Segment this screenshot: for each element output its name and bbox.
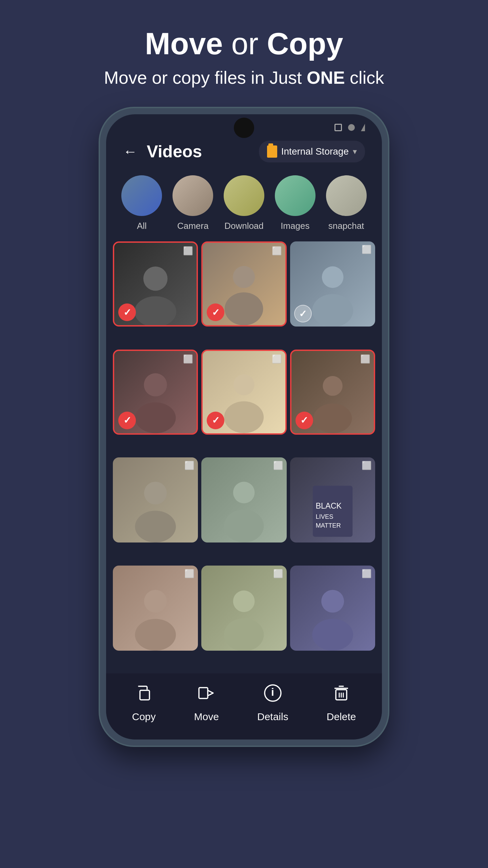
move-label: Move xyxy=(194,711,219,723)
details-button[interactable]: i Details xyxy=(257,684,288,723)
folder-thumb-download xyxy=(224,175,264,216)
back-button[interactable]: ← xyxy=(123,143,137,160)
video-item-12[interactable]: ⬜ xyxy=(290,566,375,651)
details-label: Details xyxy=(257,711,288,723)
folder-label-download: Download xyxy=(224,221,264,231)
delete-button[interactable]: Delete xyxy=(327,684,356,723)
select-check-3[interactable]: ✓ xyxy=(294,305,312,322)
video-file-icon-10: ⬜ xyxy=(184,569,195,578)
phone-screen: ← Videos Internal Storage ▾ All Camera D… xyxy=(106,114,382,739)
chevron-down-icon: ▾ xyxy=(353,147,357,156)
svg-point-21 xyxy=(135,619,176,651)
hero-section: Move or Copy Move or copy files in Just … xyxy=(104,0,384,88)
video-file-icon-9: ⬜ xyxy=(362,461,372,470)
svg-point-6 xyxy=(144,373,167,396)
svg-point-25 xyxy=(312,619,353,651)
svg-point-10 xyxy=(323,376,342,396)
svg-point-20 xyxy=(144,590,167,613)
storage-icon xyxy=(267,145,277,158)
video-item-2[interactable]: ⬜ ✓ xyxy=(201,241,286,327)
folder-thumb-all xyxy=(121,175,162,216)
svg-text:BLACK: BLACK xyxy=(316,501,342,510)
bottom-toolbar: Copy Move i Details xyxy=(106,673,382,739)
status-square-icon xyxy=(334,124,342,131)
video-item-11[interactable]: ⬜ xyxy=(201,566,286,651)
svg-point-22 xyxy=(233,590,255,612)
hero-subtitle: Move or copy files in Just ONE click xyxy=(104,67,384,88)
status-signal-icon xyxy=(361,124,365,131)
svg-point-23 xyxy=(224,618,264,651)
select-check-1[interactable]: ✓ xyxy=(118,303,136,321)
video-file-icon-4: ⬜ xyxy=(183,354,193,364)
select-check-6[interactable]: ✓ xyxy=(296,412,313,429)
video-grid: ⬜ ✓ ⬜ ✓ xyxy=(106,238,382,673)
folder-thumb-camera xyxy=(172,175,213,216)
svg-rect-26 xyxy=(140,690,149,700)
folder-row: All Camera Download Images snapchat xyxy=(106,169,382,238)
video-item-7[interactable]: ⬜ xyxy=(113,457,198,542)
svg-text:i: i xyxy=(271,686,274,698)
video-file-icon-2: ⬜ xyxy=(272,246,282,256)
svg-point-9 xyxy=(224,401,264,433)
select-check-5[interactable]: ✓ xyxy=(207,412,224,429)
folder-label-snapchat: snapchat xyxy=(328,221,364,231)
phone-mockup: ← Videos Internal Storage ▾ All Camera D… xyxy=(100,108,388,746)
folder-snapchat[interactable]: snapchat xyxy=(324,175,368,231)
svg-rect-16 xyxy=(313,486,352,537)
video-file-icon-8: ⬜ xyxy=(273,461,283,470)
svg-text:MATTER: MATTER xyxy=(316,522,341,529)
video-item-9[interactable]: BLACK LIVES MATTER ⬜ xyxy=(290,457,375,542)
camera-notch xyxy=(234,118,254,138)
svg-point-3 xyxy=(225,292,263,325)
status-circle-icon xyxy=(348,124,355,131)
folder-all[interactable]: All xyxy=(120,175,164,231)
video-file-icon-3: ⬜ xyxy=(362,245,372,254)
svg-point-24 xyxy=(321,590,344,613)
select-check-4[interactable]: ✓ xyxy=(118,412,136,429)
top-nav: ← Videos Internal Storage ▾ xyxy=(106,135,382,169)
svg-point-8 xyxy=(233,374,255,395)
delete-label: Delete xyxy=(327,711,356,723)
video-file-icon-12: ⬜ xyxy=(362,569,372,578)
video-file-icon-11: ⬜ xyxy=(273,569,283,578)
folder-images[interactable]: Images xyxy=(273,175,317,231)
hero-title: Move or Copy xyxy=(104,27,384,61)
video-file-icon-5: ⬜ xyxy=(272,354,282,364)
copy-button[interactable]: Copy xyxy=(132,684,156,723)
folder-camera[interactable]: Camera xyxy=(171,175,215,231)
svg-text:LIVES: LIVES xyxy=(316,513,333,520)
svg-point-12 xyxy=(144,482,167,505)
svg-point-4 xyxy=(322,267,343,288)
folder-thumb-images xyxy=(275,175,316,216)
copy-label: Copy xyxy=(132,711,156,723)
svg-point-7 xyxy=(135,402,176,433)
video-item-5[interactable]: ⬜ ✓ xyxy=(201,350,286,435)
svg-rect-27 xyxy=(199,688,208,698)
svg-point-13 xyxy=(135,511,176,542)
storage-selector[interactable]: Internal Storage ▾ xyxy=(259,141,365,162)
video-file-icon: ⬜ xyxy=(183,246,193,256)
video-file-icon-6: ⬜ xyxy=(360,354,370,364)
video-file-icon-7: ⬜ xyxy=(184,461,195,470)
video-item-1[interactable]: ⬜ ✓ xyxy=(113,241,198,327)
video-item-8[interactable]: ⬜ xyxy=(201,457,286,542)
storage-label: Internal Storage xyxy=(281,146,349,157)
move-button[interactable]: Move xyxy=(194,684,219,723)
video-item-6[interactable]: ⬜ ✓ xyxy=(290,350,375,435)
delete-icon xyxy=(332,684,351,707)
svg-point-2 xyxy=(233,266,255,288)
svg-point-0 xyxy=(143,267,167,291)
video-item-10[interactable]: ⬜ xyxy=(113,566,198,651)
folder-label-all: All xyxy=(137,221,147,231)
move-icon xyxy=(197,684,216,707)
folder-label-images: Images xyxy=(281,221,309,231)
svg-point-5 xyxy=(312,294,353,327)
video-item-4[interactable]: ⬜ ✓ xyxy=(113,350,198,435)
page-title: Videos xyxy=(147,142,249,161)
svg-point-1 xyxy=(135,296,176,325)
svg-point-15 xyxy=(224,510,264,542)
video-item-3[interactable]: ⬜ ✓ xyxy=(290,241,375,327)
details-icon: i xyxy=(263,684,282,707)
folder-download[interactable]: Download xyxy=(222,175,266,231)
copy-icon xyxy=(135,684,154,707)
